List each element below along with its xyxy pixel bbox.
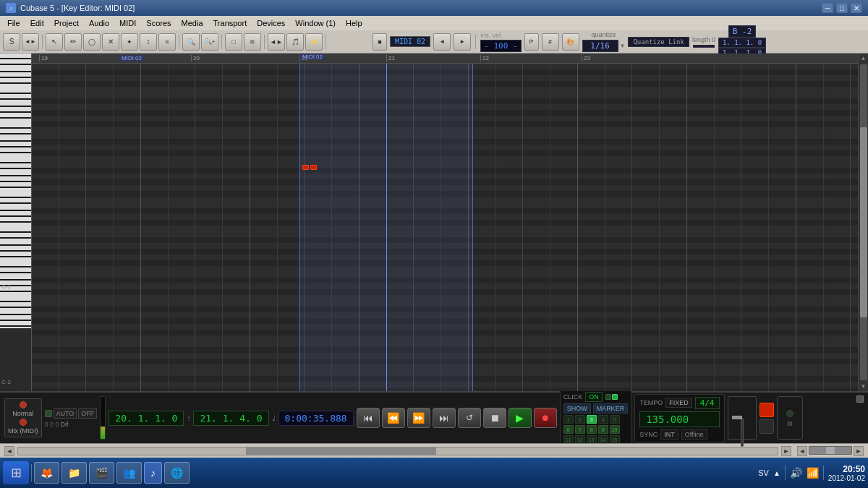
tool-smart[interactable]: ◄► [22, 33, 39, 51]
tool-step[interactable]: ⚡ [305, 33, 323, 51]
quantize-group: quantize 1/16 ▼ [582, 31, 626, 52]
vertical-scrollbar[interactable]: ▲ ▼ [858, 53, 868, 391]
menu-midi[interactable]: MIDI [115, 17, 140, 29]
tool-color[interactable]: 🎵 [286, 33, 304, 51]
sys-tray-speaker[interactable]: 🔊 [790, 467, 802, 479]
close-button[interactable]: ✕ [851, 3, 862, 13]
cycle-button[interactable]: ↺ [458, 408, 481, 428]
minimize-button[interactable]: ─ [822, 3, 833, 13]
tool-erase[interactable]: ◯ [83, 33, 101, 51]
play-button[interactable]: ▶ [509, 408, 532, 428]
menu-media[interactable]: Media [177, 17, 208, 29]
fader-strip[interactable] [728, 396, 757, 440]
tool-trim[interactable]: ↕ [140, 33, 157, 51]
h-scroll-thumb[interactable] [246, 448, 436, 455]
tool-zoom-h[interactable]: 🔍+ [201, 33, 218, 51]
zoom-out-button[interactable]: ◄ [797, 446, 807, 456]
tempo-value[interactable]: 135.000 [639, 411, 719, 427]
tempo-section: TEMPO FIXED 4/4 135.000 SYNC INT Offline [634, 394, 724, 442]
midi-note-1[interactable] [302, 165, 309, 170]
menu-project[interactable]: Project [50, 17, 83, 29]
horizontal-scrollbar[interactable] [17, 447, 778, 455]
tempo-label: TEMPO [639, 399, 663, 406]
time-sig[interactable]: 4/4 [695, 397, 720, 409]
tool-cross[interactable]: ✕ [102, 33, 119, 51]
scroll-down-arrow[interactable]: ▼ [861, 383, 867, 390]
tool-velocity[interactable]: ◄► [268, 33, 285, 51]
sync-label: SYNC [639, 431, 658, 438]
sys-tray-arrow[interactable]: ▲ [773, 469, 780, 477]
panel-knob[interactable] [786, 410, 793, 417]
tool-zoom[interactable]: 🔍 [182, 33, 200, 51]
beat-grid: 1 2 3 4 5 6 7 8 9 10 11 12 13 14 15 [563, 415, 629, 444]
stop-button[interactable]: ⏹ [483, 408, 506, 428]
menu-file[interactable]: File [3, 17, 25, 29]
start-button[interactable]: ⊞ [3, 461, 29, 484]
menu-scores[interactable]: Scores [142, 17, 175, 29]
taskbar-app-users[interactable]: 👥 [116, 462, 142, 484]
taskbar: ⊞ 🦊 📁 🎬 👥 ♪ 🌐 SV ▲ 🔊 📶 20:50 2012-01-02 [0, 458, 868, 488]
tool-grid[interactable]: ≋ [244, 33, 261, 51]
transport-close[interactable] [856, 395, 864, 403]
quantize-link[interactable]: Quantize Link [628, 37, 689, 47]
taskbar-app-firefox[interactable]: 🦊 [34, 462, 59, 484]
scroll-right-arrow[interactable]: ► [781, 446, 791, 456]
click-status[interactable]: ON [585, 392, 603, 402]
auto-led[interactable] [45, 410, 52, 417]
ins-vel-value[interactable]: - 100 - [480, 40, 521, 52]
note-display: B -2 [728, 25, 757, 38]
forward-to-end[interactable]: ⏭ [433, 408, 456, 428]
taskbar-app-files[interactable]: 📁 [61, 462, 87, 484]
rewind[interactable]: ⏪ [382, 408, 405, 428]
menu-help[interactable]: Help [341, 17, 367, 29]
fast-forward[interactable]: ⏩ [407, 408, 430, 428]
mix-label[interactable]: Mix (MIDI) [8, 427, 38, 435]
menu-audio[interactable]: Audio [85, 17, 114, 29]
auto-mode[interactable]: OFF [78, 408, 97, 419]
zoom-slider-thumb[interactable] [826, 447, 835, 454]
tempo-mode[interactable]: FIXED [665, 398, 692, 408]
mode-normal[interactable]: Normal [12, 410, 33, 417]
taskbar-app-media[interactable]: 🎬 [89, 462, 114, 484]
tool-glue[interactable]: ✦ [121, 33, 138, 51]
show-button[interactable]: SHOW [563, 403, 591, 414]
record-button[interactable]: ⏺ [534, 408, 557, 428]
scroll-thumb-v[interactable] [860, 64, 867, 380]
sync-mode[interactable]: INT [660, 429, 678, 440]
tool-quantize[interactable]: □ [225, 33, 242, 51]
rewind-to-start[interactable]: ⏮ [357, 408, 380, 428]
scroll-up-arrow[interactable]: ▲ [861, 55, 867, 61]
taskbar-app-browser[interactable]: 🌐 [164, 462, 190, 484]
red-stop-indicator [760, 403, 774, 417]
tool-pointer[interactable]: ↖ [46, 33, 63, 51]
quantize-value[interactable]: 1/16 [582, 40, 618, 52]
zoom-in-button[interactable]: ► [854, 446, 864, 456]
menu-transport[interactable]: Transport [209, 17, 252, 29]
channel-info: 0 0 0 Dif [45, 421, 98, 428]
snap-button[interactable]: ■ [373, 33, 387, 51]
scroll-left-arrow[interactable]: ◄ [4, 446, 14, 456]
tool-mute[interactable]: ≡ [158, 33, 176, 51]
grid-toggle[interactable]: # [542, 33, 559, 51]
menu-devices[interactable]: Devices [252, 17, 289, 29]
zoom-slider[interactable] [809, 446, 852, 455]
menu-edit[interactable]: Edit [26, 17, 48, 29]
quantize-dropdown[interactable]: ▼ [620, 43, 626, 49]
length-group: length 0 [692, 36, 715, 48]
part-nav-right[interactable]: ► [454, 33, 471, 51]
taskbar-app-cubase[interactable]: ♪ [144, 462, 162, 484]
tool-select[interactable]: S [3, 33, 20, 51]
channel-numbers: 0 0 0 [45, 421, 59, 428]
fader-thumb[interactable] [732, 416, 742, 419]
length-value[interactable] [693, 45, 715, 48]
ruler-mark-20: 20 [191, 55, 200, 61]
menu-window[interactable]: Window (1) [291, 17, 340, 29]
maximize-button[interactable]: □ [836, 3, 848, 13]
marker-button[interactable]: MARKER [593, 403, 629, 414]
tool-pencil[interactable]: ✏ [64, 33, 82, 51]
midi-note-2[interactable] [310, 165, 317, 170]
color-toggle[interactable]: 🎨 [562, 33, 579, 51]
part-nav-left[interactable]: ◄ [433, 33, 451, 51]
tray-divider-2 [823, 466, 824, 480]
follow-button[interactable]: ⟳ [524, 33, 539, 51]
